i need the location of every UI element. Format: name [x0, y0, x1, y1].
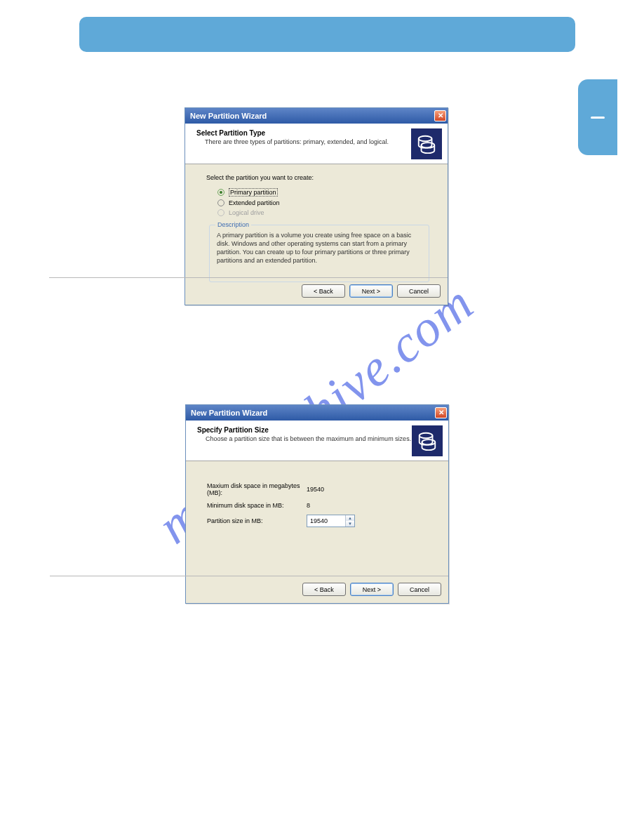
description-fieldset: Description A primary partition is a vol… — [209, 225, 429, 282]
partition-size-input[interactable] — [307, 517, 345, 524]
button-row: < Back Next > Cancel — [302, 583, 441, 596]
wizard-disk-icon — [412, 425, 443, 456]
radio-extended-partition[interactable]: Extended partition — [206, 198, 432, 208]
partition-size-label: Partition size in MB: — [207, 517, 307, 524]
next-button[interactable]: Next > — [349, 284, 393, 298]
partition-size-dialog: New Partition Wizard ✕ Specify Partition… — [185, 404, 449, 604]
fieldset-legend: Description — [215, 221, 251, 228]
svg-point-2 — [420, 433, 433, 439]
dialog-banner: Select Partition Type There are three ty… — [185, 124, 448, 164]
titlebar[interactable]: New Partition Wizard ✕ — [185, 108, 448, 124]
radio-icon — [217, 189, 224, 196]
radio-icon — [217, 209, 224, 216]
partition-size-row: Partition size in MB: ▲ ▼ — [207, 515, 433, 527]
prompt-text: Select the partition you want to create: — [206, 174, 432, 181]
description-text: A primary partition is a volume you crea… — [217, 231, 422, 265]
partition-size-spinner[interactable]: ▲ ▼ — [307, 515, 355, 527]
titlebar[interactable]: New Partition Wizard ✕ — [186, 405, 448, 421]
partition-type-dialog: New Partition Wizard ✕ Select Partition … — [185, 107, 448, 305]
banner-title: Specify Partition Size — [197, 426, 411, 434]
close-icon: ✕ — [438, 112, 443, 119]
wizard-disk-icon — [411, 128, 442, 159]
radio-logical-drive: Logical drive — [206, 208, 432, 218]
dialog-title: New Partition Wizard — [190, 112, 267, 120]
spinner-up-button[interactable]: ▲ — [346, 515, 354, 521]
max-space-row: Maxium disk space in megabytes (MB): 195… — [207, 482, 433, 496]
dialog-body: Select the partition you want to create:… — [185, 164, 448, 282]
dialog-body: Maxium disk space in megabytes (MB): 195… — [186, 461, 448, 527]
svg-point-0 — [419, 136, 432, 142]
radio-icon — [217, 199, 224, 206]
min-space-value: 8 — [307, 502, 310, 509]
radio-label: Extended partition — [229, 199, 280, 206]
close-icon: ✕ — [438, 409, 444, 416]
back-button[interactable]: < Back — [302, 583, 346, 596]
button-row: < Back Next > Cancel — [302, 284, 441, 298]
radio-primary-partition[interactable]: Primary partition — [206, 187, 432, 198]
close-button[interactable]: ✕ — [434, 110, 446, 121]
min-space-label: Minimum disk space in MB: — [207, 502, 307, 509]
tab-dash-icon — [591, 117, 605, 119]
max-space-label: Maxium disk space in megabytes (MB): — [207, 482, 307, 496]
min-space-row: Minimum disk space in MB: 8 — [207, 502, 433, 509]
dialog-title: New Partition Wizard — [191, 409, 267, 417]
max-space-value: 19540 — [307, 486, 324, 493]
cancel-button[interactable]: Cancel — [398, 583, 441, 596]
banner-subtitle: Choose a partition size that is between … — [197, 435, 411, 442]
spinner-down-button[interactable]: ▼ — [346, 521, 354, 527]
close-button[interactable]: ✕ — [435, 407, 447, 418]
banner-title: Select Partition Type — [196, 129, 389, 137]
dialog-banner: Specify Partition Size Choose a partitio… — [186, 421, 448, 461]
banner-subtitle: There are three types of partitions: pri… — [196, 138, 389, 145]
radio-label: Logical drive — [229, 209, 264, 216]
cancel-button[interactable]: Cancel — [397, 284, 441, 298]
radio-label: Primary partition — [229, 188, 278, 197]
next-button[interactable]: Next > — [350, 583, 394, 596]
page-side-tab — [578, 79, 617, 155]
page-header-bar — [79, 17, 575, 52]
back-button[interactable]: < Back — [302, 284, 345, 298]
